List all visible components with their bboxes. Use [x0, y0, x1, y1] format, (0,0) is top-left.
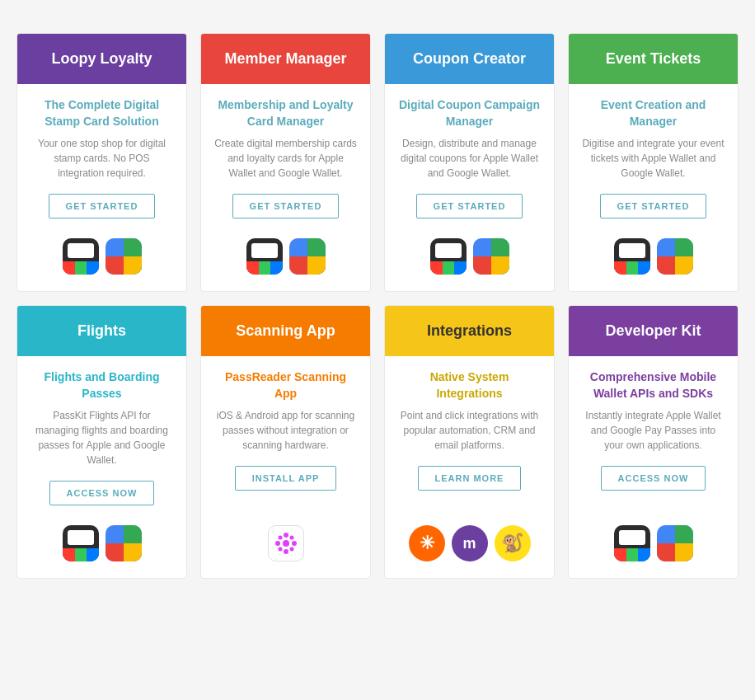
card-subtitle-coupon-creator: Digital Coupon Campaign Manager — [398, 97, 541, 129]
card-title-loopy-loyalty: Loopy Loyalty — [30, 50, 173, 68]
card-subtitle-flights: Flights and Boarding Passes — [30, 369, 173, 402]
gpay-icon — [657, 525, 693, 561]
card-header-coupon-creator: Coupon Creator — [385, 34, 554, 84]
card-title-member-manager: Member Manager — [214, 50, 357, 68]
mailchimp-icon: 🐒 — [495, 525, 531, 561]
card-title-scanning-app: Scanning App — [214, 322, 357, 340]
card-icons-member-manager — [246, 232, 326, 278]
card-title-developer-kit: Developer Kit — [582, 322, 725, 340]
svg-point-6 — [289, 536, 293, 540]
svg-point-0 — [283, 540, 289, 547]
card-event-tickets: Event Tickets Event Creation and Manager… — [568, 33, 739, 292]
card-body-loopy-loyalty: The Complete Digital Stamp Card Solution… — [17, 84, 186, 291]
card-title-flights: Flights — [30, 322, 173, 340]
wallet-icon — [246, 238, 283, 275]
card-desc-coupon-creator: Design, distribute and manage digital co… — [398, 136, 541, 181]
card-header-integrations: Integrations — [385, 306, 554, 356]
card-title-coupon-creator: Coupon Creator — [398, 50, 541, 68]
card-header-event-tickets: Event Tickets — [569, 34, 738, 84]
gpay-icon — [106, 238, 142, 275]
card-desc-flights: PassKit Flights API for managing flights… — [30, 408, 173, 467]
wallet-icon — [63, 525, 99, 561]
card-scanning-app: Scanning App PassReader Scanning App iOS… — [200, 305, 371, 579]
card-btn-flights[interactable]: ACCESS NOW — [49, 481, 155, 505]
card-desc-scanning-app: iOS & Android app for scanning passes wi… — [214, 408, 357, 453]
card-header-member-manager: Member Manager — [201, 34, 370, 84]
card-icons-scanning-app — [268, 519, 304, 565]
card-integrations: Integrations Native System Integrations … — [384, 305, 555, 579]
card-desc-loopy-loyalty: Your one stop shop for digital stamp car… — [30, 136, 173, 181]
card-title-event-tickets: Event Tickets — [582, 50, 725, 68]
asterisk-icon: ✳ — [409, 525, 445, 561]
card-btn-member-manager[interactable]: GET STARTED — [232, 194, 340, 218]
card-title-integrations: Integrations — [398, 322, 541, 340]
card-icons-developer-kit — [614, 519, 693, 565]
card-btn-loopy-loyalty[interactable]: GET STARTED — [49, 194, 156, 218]
row1-grid: Loopy Loyalty The Complete Digital Stamp… — [16, 33, 739, 292]
card-icons-loopy-loyalty — [63, 232, 142, 278]
card-header-developer-kit: Developer Kit — [569, 306, 738, 356]
card-btn-event-tickets[interactable]: GET STARTED — [600, 194, 707, 218]
wallet-icon — [614, 525, 650, 561]
card-subtitle-integrations: Native System Integrations — [398, 369, 541, 402]
card-header-loopy-loyalty: Loopy Loyalty — [17, 34, 186, 84]
svg-point-5 — [278, 536, 282, 540]
card-flights: Flights Flights and Boarding Passes Pass… — [16, 305, 187, 579]
card-btn-integrations[interactable]: LEARN MORE — [418, 466, 522, 491]
gpay-icon — [106, 525, 142, 561]
card-desc-developer-kit: Instantly integrate Apple Wallet and Goo… — [582, 408, 725, 453]
card-btn-coupon-creator[interactable]: GET STARTED — [416, 194, 523, 218]
card-icons-coupon-creator — [430, 232, 509, 278]
card-subtitle-event-tickets: Event Creation and Manager — [582, 97, 725, 129]
card-header-flights: Flights — [17, 306, 186, 356]
card-body-coupon-creator: Digital Coupon Campaign Manager Design, … — [385, 84, 554, 291]
card-icons-integrations: ✳m🐒 — [409, 519, 531, 565]
card-subtitle-scanning-app: PassReader Scanning App — [214, 369, 357, 402]
card-body-scanning-app: PassReader Scanning App iOS & Android ap… — [201, 356, 370, 578]
svg-point-1 — [284, 533, 288, 538]
wallet-icon — [430, 238, 467, 275]
row2-grid: Flights Flights and Boarding Passes Pass… — [16, 305, 739, 579]
gpay-icon — [657, 238, 693, 275]
gpay-icon — [289, 238, 326, 275]
svg-point-4 — [292, 541, 297, 546]
wallet-icon — [614, 238, 650, 275]
mavenlink-icon: m — [452, 525, 488, 561]
card-icons-flights — [63, 519, 142, 565]
scan-icon — [268, 525, 304, 561]
card-body-integrations: Native System Integrations Point and cli… — [385, 356, 554, 578]
card-loopy-loyalty: Loopy Loyalty The Complete Digital Stamp… — [16, 33, 187, 292]
card-body-member-manager: Membership and Loyalty Card Manager Crea… — [201, 84, 370, 291]
svg-point-2 — [284, 549, 288, 554]
card-btn-developer-kit[interactable]: ACCESS NOW — [601, 466, 706, 491]
card-coupon-creator: Coupon Creator Digital Coupon Campaign M… — [384, 33, 555, 292]
svg-point-3 — [275, 541, 280, 546]
svg-point-8 — [289, 547, 293, 552]
card-desc-integrations: Point and click integrations with popula… — [398, 408, 541, 453]
card-icons-event-tickets — [614, 232, 693, 278]
card-body-developer-kit: Comprehensive Mobile Wallet APIs and SDK… — [569, 356, 738, 578]
card-subtitle-loopy-loyalty: The Complete Digital Stamp Card Solution — [30, 97, 173, 129]
card-btn-scanning-app[interactable]: INSTALL APP — [235, 466, 337, 491]
card-desc-event-tickets: Digitise and integrate your event ticket… — [582, 136, 725, 181]
card-subtitle-member-manager: Membership and Loyalty Card Manager — [214, 97, 357, 129]
card-desc-member-manager: Create digital membership cards and loya… — [214, 136, 357, 181]
card-developer-kit: Developer Kit Comprehensive Mobile Walle… — [568, 305, 739, 579]
card-header-scanning-app: Scanning App — [201, 306, 370, 356]
svg-point-7 — [278, 547, 282, 552]
card-body-flights: Flights and Boarding Passes PassKit Flig… — [17, 356, 186, 578]
gpay-icon — [473, 238, 509, 275]
card-body-event-tickets: Event Creation and Manager Digitise and … — [569, 84, 738, 291]
wallet-icon — [63, 238, 99, 275]
card-subtitle-developer-kit: Comprehensive Mobile Wallet APIs and SDK… — [582, 369, 725, 402]
card-member-manager: Member Manager Membership and Loyalty Ca… — [200, 33, 371, 292]
